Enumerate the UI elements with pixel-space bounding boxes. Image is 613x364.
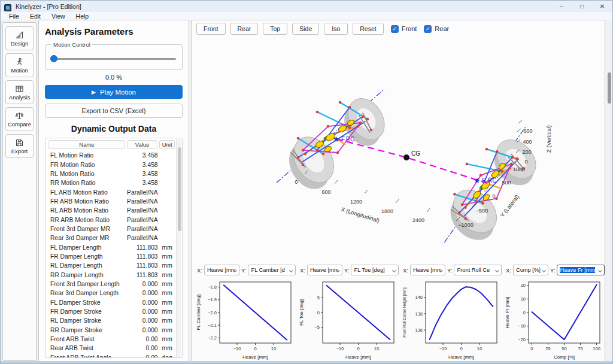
table-row: FL Motion Ratio3.458 <box>48 151 175 160</box>
chevron-down-icon <box>289 268 293 272</box>
table-scrollbar-thumb[interactable] <box>178 147 181 231</box>
menu-view[interactable]: View <box>47 13 70 20</box>
menu-edit[interactable]: Edit <box>25 13 45 20</box>
cell-value: 0.00 <box>126 354 157 358</box>
x-axis-label: X: <box>300 267 305 274</box>
x-axis-select-1[interactable]: Heave [mm <box>204 265 239 275</box>
y-axis-select-2[interactable]: FL Toe [deg] <box>351 265 399 275</box>
sidebar-item-analysis[interactable]: Analysis <box>5 80 34 104</box>
menu-file[interactable]: File <box>4 13 24 20</box>
title-bar: Kinelyzer - [Pro Edition] – □ ✕ <box>1 1 612 12</box>
rear-visibility-checkbox[interactable]: ✓Rear <box>424 25 449 33</box>
cell-unit: mm <box>158 308 175 315</box>
svg-text:0: 0 <box>317 310 320 316</box>
page-title: Analysis Parameters <box>45 26 183 37</box>
cell-name: RR ARB Motion Ratio <box>48 217 126 223</box>
view-button-front[interactable]: Front <box>196 23 226 35</box>
cell-name: RL Damper Length <box>48 262 126 269</box>
maximize-button[interactable]: □ <box>572 1 592 12</box>
cell-value: 3.458 <box>126 152 157 159</box>
cell-name: FL Damper Stroke <box>48 299 126 306</box>
table-row: Front ARB Twist Angle0.00deg <box>48 353 175 358</box>
design-icon <box>15 31 24 40</box>
menu-help[interactable]: Help <box>71 13 94 20</box>
cell-name: Rear 3rd Damper MR <box>48 235 126 241</box>
y-axis-select-3[interactable]: Front Roll Ce <box>454 265 502 275</box>
suspension-3d-view[interactable]: CG ★ F.RC ★ R.RC 0 600 1200 1800 2400 X … <box>192 36 605 262</box>
motion-slider-thumb[interactable] <box>50 55 57 62</box>
cell-name: Rear 3rd Damper Length <box>48 290 126 296</box>
sidebar-item-motion[interactable]: Motion <box>5 53 34 77</box>
sidebar-item-compare[interactable]: Compare <box>5 107 34 131</box>
roll-axis-line <box>336 139 491 184</box>
export-csv-button[interactable]: Export to CSV (Excel) <box>45 104 183 118</box>
cell-unit: mm <box>158 253 175 260</box>
sidebar-item-design[interactable]: Design <box>5 26 34 50</box>
cell-value: 111.803 <box>126 262 157 269</box>
svg-text:−20: −20 <box>518 337 526 342</box>
cell-value: 0.00 <box>126 336 157 342</box>
table-row: Front 3rd Damper Length0.000mm <box>48 280 175 289</box>
cell-value: 0.000 <box>126 308 157 315</box>
cell-name: FR Motion Ratio <box>48 162 126 168</box>
svg-text:0: 0 <box>295 179 298 185</box>
close-button[interactable]: ✕ <box>592 1 612 12</box>
front-visibility-checkbox[interactable]: ✓Front <box>391 25 417 33</box>
x-axis-select-3[interactable]: Heave [mm <box>410 265 445 275</box>
cell-unit: mm <box>158 327 175 333</box>
svg-text:Comp [%]: Comp [%] <box>554 354 575 360</box>
combo-value: Heave Fr [mm <box>560 267 595 273</box>
motion-percent: 0.0 % <box>45 74 183 81</box>
motion-slider[interactable] <box>50 55 177 62</box>
svg-text:−1.8: −1.8 <box>208 284 217 290</box>
x-axis-select-4[interactable]: Comp [%] <box>513 265 548 275</box>
svg-text:−2.0: −2.0 <box>208 310 217 316</box>
table-row: Front 3rd Damper MRParallel/NA <box>48 225 175 233</box>
view-button-iso[interactable]: Iso <box>324 23 348 35</box>
header-cell-value[interactable]: Value <box>127 140 157 149</box>
axis-selectors-3: X:Heave [mmY:Front Roll Ce <box>399 263 502 277</box>
view-button-rear[interactable]: Rear <box>230 23 259 35</box>
svg-text:10: 10 <box>374 346 379 351</box>
sidebar-item-label: Compare <box>8 121 31 128</box>
svg-text:Heave [mm]: Heave [mm] <box>448 354 474 360</box>
window-scrollbar[interactable] <box>606 20 612 361</box>
analysis-panel: Analysis Parameters Motion Control 0.0 %… <box>38 20 189 362</box>
cell-value: Parallel/NA <box>126 217 157 223</box>
motion-slider-track[interactable] <box>51 58 176 60</box>
view-button-top[interactable]: Top <box>263 23 287 35</box>
window-scrollbar-thumb[interactable] <box>608 72 611 104</box>
svg-text:Heave Fr [mm]: Heave Fr [mm] <box>505 297 510 329</box>
cell-name: Front 3rd Damper MR <box>48 226 126 232</box>
svg-text:100: 100 <box>593 346 600 351</box>
header-cell-name[interactable]: Name <box>48 140 125 149</box>
minimize-button[interactable]: – <box>551 1 572 12</box>
view-button-reset[interactable]: Reset <box>353 23 383 35</box>
checkbox-front-icon: ✓ <box>391 25 399 33</box>
x-axis-select-2[interactable]: Heave [mm <box>307 265 342 275</box>
y-axis-title: Y (Lateral) <box>499 193 520 219</box>
cell-name: FR Damper Stroke <box>48 308 126 315</box>
sidebar-item-export[interactable]: Export <box>5 134 34 158</box>
cell-name: Front 3rd Damper Length <box>48 281 126 287</box>
svg-text:10: 10 <box>477 346 482 351</box>
view-button-side[interactable]: Side <box>292 23 319 35</box>
play-motion-label: Play Motion <box>100 89 136 96</box>
y-axis-select-1[interactable]: FL Camber [d <box>248 265 296 275</box>
x-axis-title: X (Longitudinal) <box>341 206 381 224</box>
play-motion-button[interactable]: ▶ Play Motion <box>45 85 183 99</box>
cell-value: Parallel/NA <box>126 189 157 196</box>
cell-name: RL ARB Motion Ratio <box>48 207 126 214</box>
play-icon: ▶ <box>92 89 96 95</box>
header-cell-unit[interactable]: Unit <box>159 140 175 149</box>
cell-name: FL Motion Ratio <box>48 152 126 159</box>
checkbox-rear-icon: ✓ <box>424 25 432 33</box>
svg-text:−5: −5 <box>314 324 320 330</box>
cell-value: 0.000 <box>126 327 157 333</box>
svg-text:−10: −10 <box>233 346 241 351</box>
svg-text:600: 600 <box>523 128 532 134</box>
svg-text:Heave [mm]: Heave [mm] <box>345 354 371 360</box>
y-axis-select-4[interactable]: Heave Fr [mm <box>557 265 605 275</box>
table-scrollbar[interactable] <box>176 139 181 357</box>
svg-text:FL Toe [deg]: FL Toe [deg] <box>299 299 304 326</box>
